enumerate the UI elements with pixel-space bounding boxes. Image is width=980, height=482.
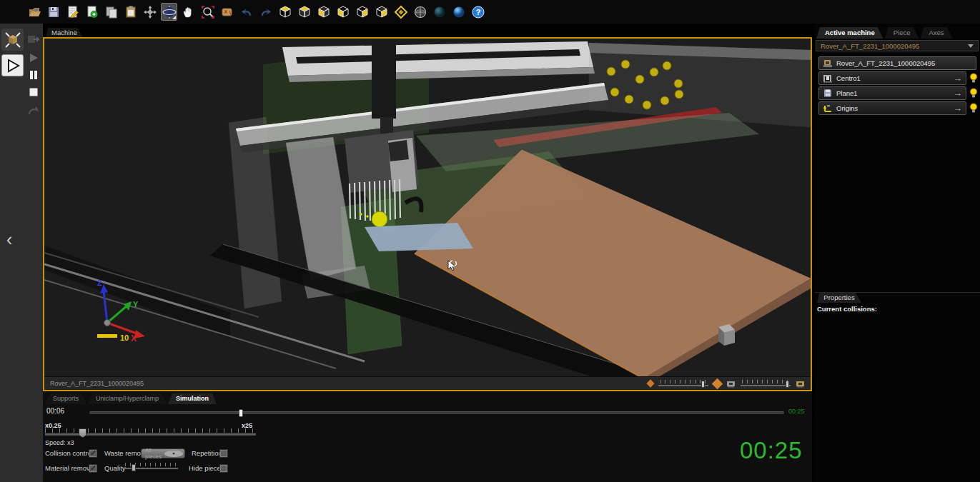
goto-arrow-icon[interactable]: → xyxy=(953,90,962,97)
tab-active-machine[interactable]: Active machine xyxy=(816,27,884,39)
move-icon[interactable] xyxy=(142,3,158,21)
view-cube-top-icon[interactable] xyxy=(296,3,312,21)
viewport-machine-label: Rover_A_FT_2231_1000020495 xyxy=(44,380,144,387)
tab-piece[interactable]: Piece xyxy=(885,27,919,39)
orbit-view-icon[interactable] xyxy=(161,3,177,21)
hide-pieces-checkbox[interactable] xyxy=(219,464,228,473)
undo-icon[interactable] xyxy=(238,3,254,21)
piece-opacity-slider[interactable] xyxy=(658,379,708,388)
export-document-icon[interactable] xyxy=(84,3,100,21)
stop-button[interactable] xyxy=(26,85,41,99)
tree-item-machine[interactable]: Rover_A_FT_2231_1000020495 xyxy=(818,56,976,70)
play-dim-icon xyxy=(28,52,39,64)
machine-icon xyxy=(823,59,833,68)
machine-selector-value: Rover_A_FT_2231_1000020495 xyxy=(821,42,968,50)
current-collisions-label: Current collisions: xyxy=(815,303,980,313)
origins-icon xyxy=(823,104,833,113)
wireframe-sphere-icon[interactable] xyxy=(412,3,428,21)
visibility-bulb-icon[interactable] xyxy=(969,88,978,99)
play-step-button[interactable] xyxy=(26,51,41,65)
zoom-selection-icon[interactable] xyxy=(199,3,216,21)
goto-arrow-icon[interactable]: → xyxy=(953,75,962,82)
viewport-statusbar: Rover_A_FT_2231_1000020495 xyxy=(44,376,811,390)
play-simulation-button[interactable] xyxy=(1,54,24,76)
timeline-slider[interactable] xyxy=(89,411,784,414)
quality-slider[interactable] xyxy=(124,463,178,472)
plane-icon xyxy=(823,89,833,98)
tree-item-label: Rover_A_FT_2231_1000020495 xyxy=(836,59,935,67)
svg-text:X: X xyxy=(131,333,137,343)
machine-3d-scene[interactable]: Z Y 10 X xyxy=(44,39,811,390)
repetitions-checkbox[interactable] xyxy=(219,449,228,458)
speed-ticks xyxy=(45,428,256,433)
material-removal-label: Material removal xyxy=(45,464,95,472)
bottom-tabs: Supports Uniclamp/Hyperclamp Simulation xyxy=(45,393,217,404)
help-icon[interactable]: ? xyxy=(470,3,486,21)
tree-item-centro1[interactable]: Centro1 → xyxy=(818,71,966,85)
waste-removal-value: All pieces xyxy=(145,447,164,460)
collision-control-label: Collision control xyxy=(45,449,93,457)
svg-text:?: ? xyxy=(475,8,480,16)
simulation-timer: 00:25 xyxy=(740,437,847,464)
zoom-previous-icon[interactable] xyxy=(219,3,235,21)
view-cube-left-icon[interactable] xyxy=(335,3,351,21)
viewport-tab-machine[interactable]: Machine xyxy=(46,28,83,37)
replay-button[interactable] xyxy=(26,104,41,118)
material-removal-checkbox[interactable] xyxy=(89,464,97,473)
edit-document-icon[interactable] xyxy=(64,3,81,21)
bsolid-simulation-window: ? ‹ Machine xyxy=(0,0,980,482)
quality-handle[interactable] xyxy=(132,464,136,471)
view-cube-back-icon[interactable] xyxy=(373,3,390,21)
tab-axes[interactable]: Axes xyxy=(920,27,952,39)
simulation-sidebar: ‹ xyxy=(0,24,43,482)
visibility-bulb-icon[interactable] xyxy=(969,73,978,84)
tab-properties[interactable]: Properties xyxy=(817,293,861,303)
svg-text:10: 10 xyxy=(120,333,129,342)
collapse-sidebar-button[interactable]: ‹ xyxy=(2,229,16,251)
tree-item-plane1[interactable]: Plane1 → xyxy=(818,86,966,100)
tree-item-origins[interactable]: Origins → xyxy=(818,101,966,115)
waste-removal-select[interactable]: All pieces xyxy=(141,448,185,458)
collision-control-checkbox[interactable] xyxy=(89,449,97,458)
paste-icon[interactable] xyxy=(122,3,139,21)
save-icon[interactable] xyxy=(45,3,61,21)
shaded-sphere-icon[interactable] xyxy=(431,3,447,21)
visibility-bulb-icon[interactable] xyxy=(969,103,978,114)
view-cube-front-icon[interactable] xyxy=(315,3,332,21)
tab-supports[interactable]: Supports xyxy=(45,393,86,404)
quality-label: Quality xyxy=(104,464,126,472)
tab-simulation[interactable]: Simulation xyxy=(168,393,217,404)
copy-icon[interactable] xyxy=(103,3,119,21)
machine-opacity-slider[interactable] xyxy=(741,379,791,388)
speed-value-label: Speed: x3 xyxy=(45,439,74,446)
rendered-sphere-icon[interactable] xyxy=(450,3,467,21)
open-icon[interactable] xyxy=(26,3,42,21)
machine-opacity-handle[interactable] xyxy=(786,381,789,388)
piece-opacity-handle[interactable] xyxy=(701,381,705,388)
center-icon xyxy=(823,74,833,83)
step-icon xyxy=(27,34,40,45)
view-cube-right-icon[interactable] xyxy=(354,3,370,21)
view-cube-iso-icon[interactable] xyxy=(277,3,293,21)
chevron-down-icon xyxy=(164,451,184,457)
tab-uniclamp-hyperclamp[interactable]: Uniclamp/Hyperclamp xyxy=(88,393,167,404)
goto-arrow-icon[interactable]: → xyxy=(953,105,962,112)
redo-icon[interactable] xyxy=(257,3,274,21)
main-toolbar: ? xyxy=(0,0,980,24)
machine-selector-dropdown[interactable]: Rover_A_FT_2231_1000020495 xyxy=(816,40,979,51)
pause-button[interactable] xyxy=(26,68,41,82)
speed-slider[interactable] xyxy=(45,433,256,436)
reference-diamond-icon[interactable] xyxy=(392,3,409,21)
tree-item-label: Centro1 xyxy=(836,74,861,82)
machine-view-button[interactable] xyxy=(1,29,24,51)
pan-icon[interactable] xyxy=(180,3,197,21)
timeline-handle[interactable] xyxy=(239,409,243,417)
play-icon xyxy=(4,57,21,74)
step-button[interactable] xyxy=(26,32,41,46)
right-panel: Active machine Piece Axes Rover_A_FT_223… xyxy=(815,24,980,482)
chevron-down-icon xyxy=(968,44,974,48)
svg-text:Y: Y xyxy=(133,300,139,308)
machine-3d-viewport[interactable]: Z Y 10 X Rover_A_FT_2231_1000020495 xyxy=(43,37,812,391)
piece-diamond-large-icon xyxy=(712,378,723,389)
pause-icon xyxy=(28,69,39,81)
